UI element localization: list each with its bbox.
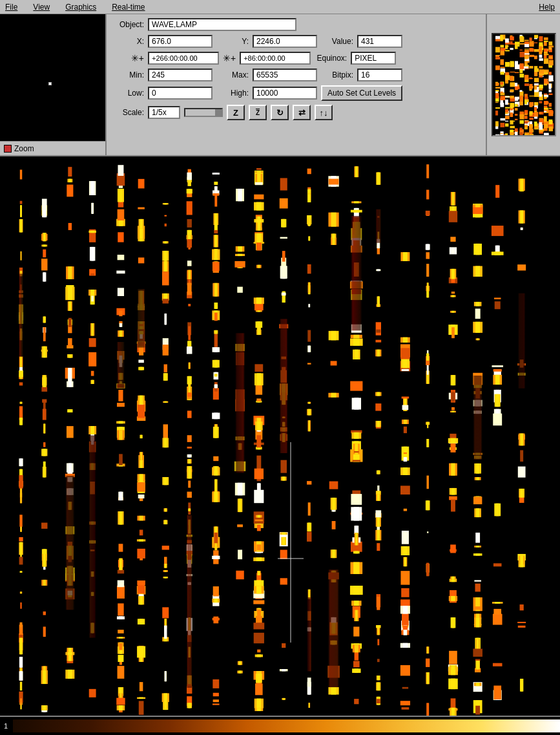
- low-input[interactable]: [148, 87, 213, 100]
- object-label: Object:: [112, 20, 144, 29]
- ra-input[interactable]: [148, 52, 219, 65]
- scale-row: Scale: Z Z ↻ ⇄ ↑↓: [112, 105, 481, 120]
- y-label: Y:: [216, 37, 249, 46]
- status-number: 1: [0, 722, 13, 730]
- scale-slider[interactable]: [184, 108, 223, 117]
- dec-input[interactable]: [240, 52, 311, 65]
- menubar: File View Graphics Real-time Help: [0, 0, 560, 14]
- dec-symbol: ✳+: [223, 53, 236, 63]
- status-gradient-bar: [13, 719, 560, 732]
- radec-row: ✳+ ✳+ Equinox:: [112, 52, 481, 65]
- zoom-panel: Zoom: [0, 14, 107, 155]
- ra-symbol: ✳+: [112, 53, 144, 63]
- high-label: High:: [216, 89, 249, 98]
- bitpix-label: Bitpix:: [321, 70, 353, 80]
- value-label: Value:: [321, 37, 353, 46]
- menu-realtime[interactable]: Real-time: [109, 2, 147, 12]
- main-image-area[interactable]: [0, 156, 560, 716]
- min-input[interactable]: [148, 69, 213, 81]
- refresh-button[interactable]: ↻: [271, 105, 289, 120]
- menu-help[interactable]: Help: [536, 2, 557, 12]
- flip-y-button[interactable]: ↑↓: [315, 105, 333, 120]
- thumbnail-panel: [486, 14, 560, 155]
- zoom-fit-button[interactable]: Z: [227, 105, 245, 120]
- lowhigh-row: Low: High: Auto Set Cut Levels: [112, 85, 481, 101]
- low-label: Low:: [112, 89, 144, 98]
- menu-file[interactable]: File: [3, 2, 20, 12]
- thumbnail-canvas: [493, 34, 555, 135]
- object-input[interactable]: [148, 18, 296, 31]
- zoom-orig-button[interactable]: Z: [249, 105, 267, 120]
- top-panel: Zoom Object: X: Y: Value: ✳+ ✳+ Equinox:: [0, 14, 560, 156]
- bitpix-input[interactable]: [357, 69, 402, 81]
- equinox-input[interactable]: [351, 52, 396, 65]
- xy-row: X: Y: Value:: [112, 35, 481, 48]
- object-row: Object:: [112, 18, 481, 31]
- auto-set-button[interactable]: Auto Set Cut Levels: [321, 85, 402, 101]
- scale-slider-handle: [215, 109, 222, 116]
- menu-view[interactable]: View: [30, 2, 52, 12]
- max-label: Max:: [216, 70, 249, 80]
- zoom-canvas: [0, 14, 105, 141]
- value-input[interactable]: [357, 35, 402, 48]
- flip-x-button[interactable]: ⇄: [293, 105, 311, 120]
- menu-graphics[interactable]: Graphics: [63, 2, 99, 12]
- equinox-label: Equinox:: [315, 54, 347, 63]
- zoom-cursor: [48, 82, 52, 85]
- status-bar: 1: [0, 716, 560, 735]
- scale-label: Scale:: [112, 108, 144, 117]
- zoom-label: Zoom: [14, 144, 34, 153]
- menu-items: File View Graphics Real-time: [3, 2, 148, 12]
- minmax-row: Min: Max: Bitpix:: [112, 69, 481, 81]
- zoom-color-indicator: [4, 145, 12, 153]
- thumbnail-image: [492, 33, 556, 136]
- y-input[interactable]: [253, 35, 317, 48]
- x-input[interactable]: [148, 35, 213, 48]
- scale-input[interactable]: [148, 106, 180, 119]
- x-label: X:: [112, 37, 144, 46]
- zoom-label-bar: Zoom: [0, 141, 105, 155]
- min-label: Min:: [112, 70, 144, 80]
- spectral-image-canvas: [0, 156, 560, 716]
- max-input[interactable]: [253, 69, 317, 81]
- high-input[interactable]: [253, 87, 317, 100]
- controls-panel: Object: X: Y: Value: ✳+ ✳+ Equinox: Min:…: [107, 14, 486, 155]
